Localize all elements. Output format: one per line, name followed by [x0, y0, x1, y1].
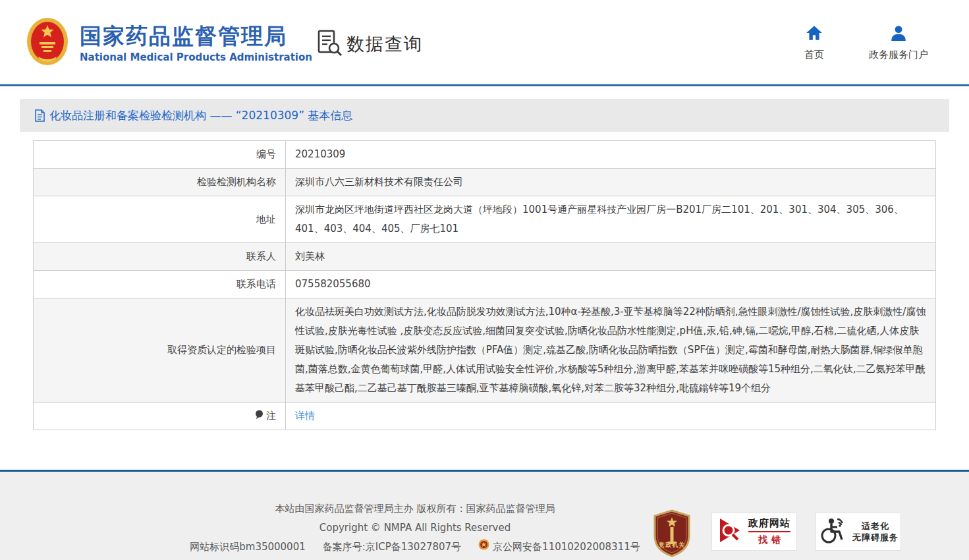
table-row: 检验检测机构名称 深圳市八六三新材料技术有限责任公司 — [34, 169, 936, 196]
row-label: 取得资质认定的检验项目 — [34, 298, 286, 403]
site-header: 国家药品监督管理局 National Medical Products Admi… — [0, 0, 969, 84]
footer-text: 本站由国家药品监督管理局主办 版权所有：国家药品监督管理局 Copyright … — [0, 499, 830, 557]
row-label: 联系电话 — [34, 271, 286, 298]
find-error-magnifier-icon — [718, 517, 743, 547]
party-shield-icon — [651, 548, 693, 560]
row-value: 深圳市八六三新材料技术有限责任公司 — [286, 169, 936, 196]
nav-home-label: 首页 — [804, 49, 824, 61]
note-bubble-icon — [255, 406, 263, 426]
accessibility-label-line2: 无障碍服务 — [852, 532, 899, 543]
row-label: 地址 — [34, 196, 286, 243]
table-row: 联系电话 075582055680 — [34, 271, 936, 298]
row-label: 联系人 — [34, 243, 286, 271]
site-footer: 本站由国家药品监督管理局主办 版权所有：国家药品监督管理局 Copyright … — [0, 470, 969, 560]
footer-site-code: 网站标识码bm35000001 — [190, 538, 305, 557]
national-emblem-icon — [26, 17, 69, 69]
detail-table: 编号 20210309 检验检测机构名称 深圳市八六三新材料技术有限责任公司 地… — [33, 140, 936, 430]
party-badge-label: 党政机关 — [651, 541, 693, 549]
wheelchair-wifi-icon — [818, 516, 847, 547]
accessibility-badge[interactable]: 适老化 无障碍服务 — [816, 513, 901, 551]
table-row: 编号 20210309 — [34, 141, 936, 169]
nav-home[interactable]: 首页 — [804, 25, 824, 61]
row-value: 075582055680 — [286, 271, 936, 298]
detail-card: 编号 20210309 检验检测机构名称 深圳市八六三新材料技术有限责任公司 地… — [20, 132, 949, 443]
find-error-label-bottom: 找错 — [754, 534, 785, 546]
data-query-label: 数据查询 — [346, 32, 423, 56]
table-row: 注 详情 — [34, 403, 936, 430]
header-divider — [0, 84, 969, 86]
nav-portal[interactable]: 政务服务门户 — [869, 25, 928, 61]
main-content: 化妆品注册和备案检验检测机构 —— “20210309” 基本信息 编号 202… — [0, 99, 969, 443]
find-error-label-top: 政府网站 — [748, 517, 790, 532]
footer-psb-link[interactable]: 京公网安备11010202008311号 — [478, 538, 640, 557]
top-nav: 首页 政务服务门户 — [804, 25, 928, 61]
row-value: 化妆品祛斑美白功效测试方法,化妆品防脱发功效测试方法,10种α-羟基酸,3-亚苄… — [286, 298, 936, 403]
row-value: 详情 — [286, 403, 936, 430]
find-error-badge[interactable]: 政府网站 找错 — [711, 513, 797, 551]
row-value: 刘美林 — [286, 243, 936, 271]
row-label: 编号 — [34, 141, 286, 169]
table-row: 地址 深圳市龙岗区坪地街道坪西社区龙岗大道（坪地段）1001号通产丽星科技产业园… — [34, 196, 936, 243]
data-query-link[interactable]: 数据查询 — [316, 29, 423, 59]
row-label: 检验检测机构名称 — [34, 169, 286, 196]
footer-host-line: 本站由国家药品监督管理局主办 版权所有：国家药品监督管理局 — [0, 499, 830, 518]
footer-icp-link[interactable]: 备案序号:京ICP备13027807号 — [323, 538, 461, 557]
table-row: 取得资质认定的检验项目 化妆品祛斑美白功效测试方法,化妆品防脱发功效测试方法,1… — [34, 298, 936, 403]
user-icon — [890, 25, 907, 43]
nav-portal-label: 政务服务门户 — [869, 49, 928, 61]
row-label: 注 — [34, 403, 286, 430]
page-title-bar: 化妆品注册和备案检验检测机构 —— “20210309” 基本信息 — [20, 99, 949, 132]
row-value: 深圳市龙岗区坪地街道坪西社区龙岗大道（坪地段）1001号通产丽星科技产业园厂房一… — [286, 196, 936, 243]
page-doc-icon — [34, 109, 45, 122]
footer-copyright-line: Copyright © NMPA All Rights Reserved — [0, 518, 830, 538]
row-value: 20210309 — [286, 141, 936, 169]
org-name-cn: 国家药品监督管理局 — [80, 22, 312, 49]
psb-emblem-icon — [478, 538, 489, 557]
detail-link[interactable]: 详情 — [295, 410, 315, 422]
home-icon — [806, 25, 823, 43]
document-search-icon — [316, 29, 343, 59]
accessibility-label-line1: 适老化 — [862, 520, 889, 532]
org-name-en: National Medical Products Administration — [80, 51, 312, 63]
party-government-badge[interactable]: 党政机关 — [651, 509, 693, 558]
nmpa-logo[interactable]: 国家药品监督管理局 National Medical Products Admi… — [26, 17, 312, 69]
page-title: 化妆品注册和备案检验检测机构 —— “20210309” 基本信息 — [49, 108, 352, 123]
table-row: 联系人 刘美林 — [34, 243, 936, 271]
